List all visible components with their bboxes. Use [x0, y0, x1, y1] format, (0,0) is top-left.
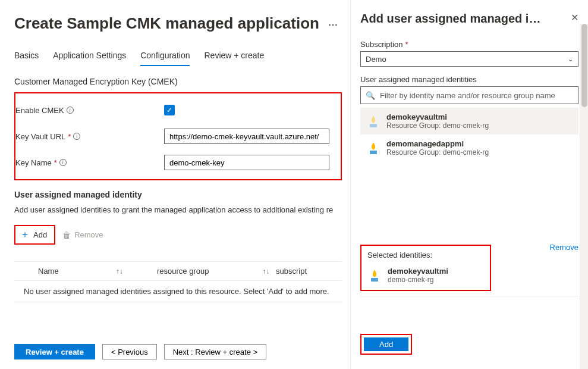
tab-application-settings[interactable]: Application Settings	[53, 47, 126, 66]
identity-icon	[366, 141, 381, 155]
info-icon[interactable]: i	[73, 133, 80, 140]
selected-identities-label: Selected identities:	[367, 251, 484, 259]
scrollbar[interactable]	[580, 24, 588, 369]
info-icon[interactable]: i	[67, 107, 74, 114]
selected-identity-rg: demo-cmek-rg	[388, 276, 448, 284]
key-name-label: Key Name	[15, 158, 52, 167]
cmek-section-label: Customer Managed Encryption Key (CMEK)	[14, 77, 342, 86]
filter-input[interactable]: 🔍 Filter by identity name and/or resourc…	[360, 86, 578, 104]
add-button[interactable]: ＋ Add	[14, 225, 55, 245]
remove-button: 🗑 Remove	[58, 225, 108, 245]
key-name-input[interactable]	[164, 155, 329, 170]
more-actions-button[interactable]: ⋯	[328, 19, 338, 30]
chevron-down-icon: ⌄	[568, 55, 573, 63]
identity-icon	[366, 114, 381, 129]
filter-label: User assigned managed identities	[360, 75, 477, 84]
tab-configuration[interactable]: Configuration	[140, 47, 190, 66]
next-button[interactable]: Next : Review + create >	[164, 344, 266, 359]
col-subscription[interactable]: subscript	[276, 267, 307, 276]
subscription-label: Subscription	[360, 40, 403, 49]
remove-link[interactable]: Remove	[550, 243, 578, 252]
identity-item[interactable]: demokeyvaultmi Resource Group: demo-cmek…	[360, 108, 578, 135]
enable-cmek-label: Enable CMEK	[15, 106, 64, 115]
previous-button[interactable]: < Previous	[102, 344, 157, 359]
required-marker: *	[54, 158, 57, 167]
required-marker: *	[405, 40, 408, 49]
identity-icon	[367, 268, 382, 283]
identity-item[interactable]: demomanagedappmi Resource Group: demo-cm…	[360, 135, 578, 161]
table-empty-message: No user assigned managed identities assi…	[14, 281, 342, 302]
uami-description: Add user assigned identities to grant th…	[14, 205, 342, 214]
identity-name: demomanagedappmi	[386, 139, 489, 148]
svg-rect-0	[370, 124, 377, 127]
sort-icon[interactable]: ↑↓	[262, 267, 269, 276]
selected-identities-highlight: Selected identities: demokeyvaultmi demo…	[360, 245, 491, 291]
tab-basics[interactable]: Basics	[14, 47, 39, 66]
subscription-select[interactable]: Demo ⌄	[360, 51, 578, 67]
plus-icon: ＋	[20, 229, 30, 241]
page-title: Create Sample CMK managed application ⋯	[14, 14, 342, 33]
scrollbar-thumb[interactable]	[581, 24, 587, 107]
close-icon[interactable]: ✕	[571, 12, 578, 23]
sort-icon[interactable]: ↑↓	[116, 267, 123, 276]
required-marker: *	[68, 132, 71, 141]
key-vault-url-label: Key Vault URL	[15, 132, 65, 141]
cmek-highlight: Enable CMEK i ✓ Key Vault URL * i Key Na…	[14, 92, 342, 180]
add-identity-flyout: Add user assigned managed i… ✕ Subscript…	[350, 0, 588, 369]
flyout-add-button[interactable]: Add	[364, 337, 408, 351]
tab-bar: Basics Application Settings Configuratio…	[14, 47, 342, 66]
col-resource-group[interactable]: resource group	[157, 267, 209, 276]
tab-review-create[interactable]: Review + create	[204, 47, 264, 66]
add-highlight: Add	[360, 334, 412, 355]
trash-icon: 🗑	[62, 230, 71, 240]
identity-name: demokeyvaultmi	[386, 112, 489, 121]
enable-cmek-checkbox[interactable]: ✓	[164, 105, 175, 115]
flyout-title: Add user assigned managed i…	[360, 12, 540, 26]
svg-rect-2	[371, 278, 378, 282]
selected-identity-name: demokeyvaultmi	[388, 267, 448, 276]
col-name[interactable]: Name	[38, 267, 59, 276]
search-icon: 🔍	[366, 91, 375, 100]
uami-section-label: User assigned managed identity	[14, 190, 342, 199]
table-header: Name ↑↓ resource group ↑↓ subscript	[14, 261, 342, 281]
review-create-button[interactable]: Review + create	[14, 344, 95, 359]
info-icon[interactable]: i	[59, 159, 67, 166]
identity-rg: Resource Group: demo-cmek-rg	[386, 148, 489, 157]
key-vault-url-input[interactable]	[164, 129, 329, 144]
svg-rect-1	[370, 151, 377, 154]
identity-rg: Resource Group: demo-cmek-rg	[386, 121, 489, 130]
